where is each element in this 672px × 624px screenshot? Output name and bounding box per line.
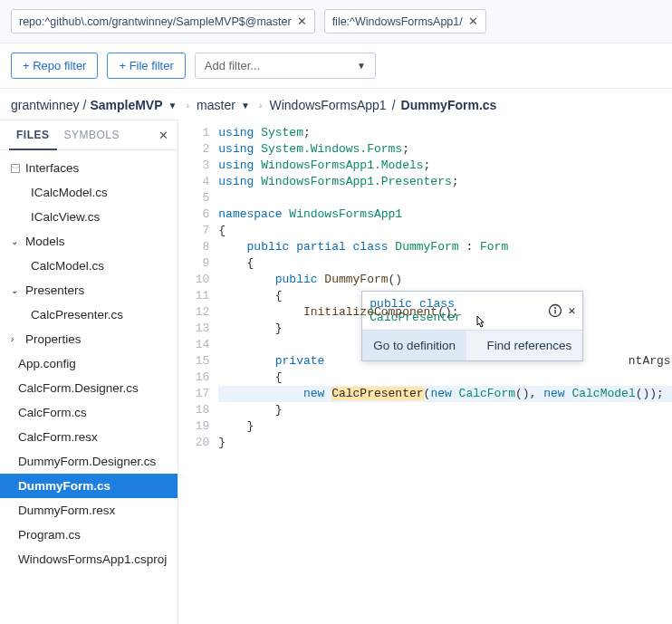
- breadcrumb: grantwinney/SampleMVP ▼ › master ▼ › Win…: [0, 89, 672, 120]
- tab-symbols[interactable]: SYMBOLS: [57, 121, 128, 149]
- code-line[interactable]: using WindowsFormsApp1.Models;: [218, 158, 672, 174]
- search-chip-row: repo:^github\.com/grantwinney/SampleMVP$…: [0, 0, 672, 43]
- chevron-down-icon: ⌄: [11, 236, 20, 246]
- code-line[interactable]: [218, 337, 672, 353]
- code-line[interactable]: {: [218, 370, 672, 386]
- line-number: 11: [178, 288, 209, 304]
- breadcrumb-branch[interactable]: master: [197, 98, 235, 112]
- file-filter-button[interactable]: + File filter: [107, 53, 185, 79]
- file-item[interactable]: DummyForm.Designer.cs: [0, 449, 178, 474]
- breadcrumb-folder[interactable]: WindowsFormsApp1: [269, 98, 386, 112]
- folder-label: Interfaces: [25, 161, 79, 175]
- folder-interfaces[interactable]: ﹀Interfaces: [0, 156, 178, 180]
- code-line[interactable]: [218, 190, 672, 206]
- line-number: 13: [178, 321, 209, 337]
- line-number: 1: [178, 125, 209, 141]
- code-line[interactable]: public partial class DummyForm : Form: [218, 239, 672, 255]
- file-item[interactable]: ICalcView.cs: [0, 205, 178, 229]
- code-line[interactable]: }: [218, 418, 672, 435]
- line-gutter: 1234567891011121314151617181920: [178, 125, 218, 624]
- file-item[interactable]: DummyForm.resx: [0, 498, 178, 523]
- chevron-down-icon[interactable]: ▼: [241, 101, 250, 110]
- code-line[interactable]: public DummyForm(): [218, 272, 672, 288]
- sidebar: FILES SYMBOLS ✕ ﹀InterfacesICalcModel.cs…: [0, 120, 178, 624]
- line-number: 10: [178, 272, 209, 288]
- line-number: 20: [178, 435, 209, 451]
- line-number: 17: [178, 386, 209, 402]
- close-icon[interactable]: ✕: [158, 129, 168, 142]
- folder-presenters[interactable]: ⌄Presenters: [0, 278, 178, 302]
- code-line[interactable]: {: [218, 288, 672, 304]
- chevron-down-icon: ﹀: [11, 164, 20, 173]
- file-scope-chip-text: file:^WindowsFormsApp1/: [332, 15, 463, 28]
- chevron-down-icon: ▼: [357, 61, 366, 71]
- line-number: 2: [178, 141, 209, 158]
- repo-scope-chip[interactable]: repo:^github\.com/grantwinney/SampleMVP$…: [11, 9, 315, 34]
- file-item[interactable]: CalcForm.cs: [0, 400, 178, 425]
- code-line[interactable]: }: [218, 435, 672, 451]
- folder-label: Models: [25, 235, 65, 248]
- code-line[interactable]: new CalcPresenter(new CalcForm(), new Ca…: [218, 386, 672, 402]
- sidebar-tabs: FILES SYMBOLS ✕: [0, 120, 178, 150]
- chevron-right-icon: ›: [255, 100, 266, 110]
- chevron-right-icon: ›: [182, 100, 193, 110]
- code-editor: 1234567891011121314151617181920 public c…: [178, 120, 672, 624]
- line-number: 16: [178, 370, 209, 386]
- close-icon[interactable]: ✕: [468, 14, 478, 28]
- breadcrumb-file[interactable]: DummyForm.cs: [401, 98, 497, 112]
- add-filter-label: Add filter...: [205, 59, 260, 72]
- line-number: 6: [178, 206, 209, 223]
- folder-label: Properties: [25, 332, 82, 346]
- file-item[interactable]: CalcPresenter.cs: [0, 302, 178, 327]
- code-line[interactable]: InitializeComponent();: [218, 304, 672, 321]
- file-item[interactable]: CalcForm.Designer.cs: [0, 376, 178, 400]
- folder-properties[interactable]: ›Properties: [0, 327, 178, 351]
- chevron-right-icon: ›: [11, 334, 20, 344]
- code-line[interactable]: }: [218, 402, 672, 418]
- line-number: 18: [178, 402, 209, 418]
- line-number: 5: [178, 190, 209, 206]
- tab-files[interactable]: FILES: [9, 121, 57, 150]
- chevron-down-icon[interactable]: ▼: [168, 101, 178, 110]
- folder-label: Presenters: [25, 283, 84, 297]
- add-filter-dropdown[interactable]: Add filter... ▼: [195, 53, 376, 79]
- line-number: 9: [178, 255, 209, 272]
- code-line[interactable]: {: [218, 223, 672, 239]
- line-number: 8: [178, 239, 209, 255]
- line-number: 3: [178, 158, 209, 174]
- code-body[interactable]: public class CalcPresenter ✕ Go to defin…: [218, 125, 672, 624]
- file-item[interactable]: App.config: [0, 351, 178, 376]
- code-line[interactable]: using System;: [218, 125, 672, 141]
- filter-row: + Repo filter + File filter Add filter..…: [0, 43, 672, 89]
- file-item[interactable]: DummyForm.cs: [0, 474, 178, 498]
- line-number: 15: [178, 353, 209, 370]
- repo-scope-chip-text: repo:^github\.com/grantwinney/SampleMVP$…: [19, 15, 292, 28]
- line-number: 14: [178, 337, 209, 353]
- code-line[interactable]: using WindowsFormsApp1.Presenters;: [218, 174, 672, 190]
- line-number: 12: [178, 304, 209, 321]
- line-number: 7: [178, 223, 209, 239]
- file-item[interactable]: CalcModel.cs: [0, 254, 178, 278]
- file-item[interactable]: CalcForm.resx: [0, 425, 178, 449]
- code-line[interactable]: {: [218, 255, 672, 272]
- line-number: 19: [178, 418, 209, 435]
- repo-filter-button[interactable]: + Repo filter: [11, 53, 98, 79]
- file-item[interactable]: WindowsFormsApp1.csproj: [0, 547, 178, 571]
- file-tree: ﹀InterfacesICalcModel.csICalcView.cs⌄Mod…: [0, 150, 178, 624]
- code-line[interactable]: using System.Windows.Forms;: [218, 141, 672, 158]
- code-line[interactable]: private ntArgs e): [218, 353, 672, 370]
- file-item[interactable]: ICalcModel.cs: [0, 180, 178, 205]
- breadcrumb-owner[interactable]: grantwinney: [11, 98, 80, 112]
- line-number: 4: [178, 174, 209, 190]
- file-item[interactable]: Program.cs: [0, 523, 178, 547]
- close-icon[interactable]: ✕: [297, 14, 307, 28]
- code-line[interactable]: }: [218, 321, 672, 337]
- file-scope-chip[interactable]: file:^WindowsFormsApp1/ ✕: [324, 9, 486, 34]
- breadcrumb-repo[interactable]: SampleMVP: [90, 98, 162, 112]
- code-line[interactable]: namespace WindowsFormsApp1: [218, 206, 672, 223]
- folder-models[interactable]: ⌄Models: [0, 229, 178, 254]
- chevron-down-icon: ⌄: [11, 285, 20, 295]
